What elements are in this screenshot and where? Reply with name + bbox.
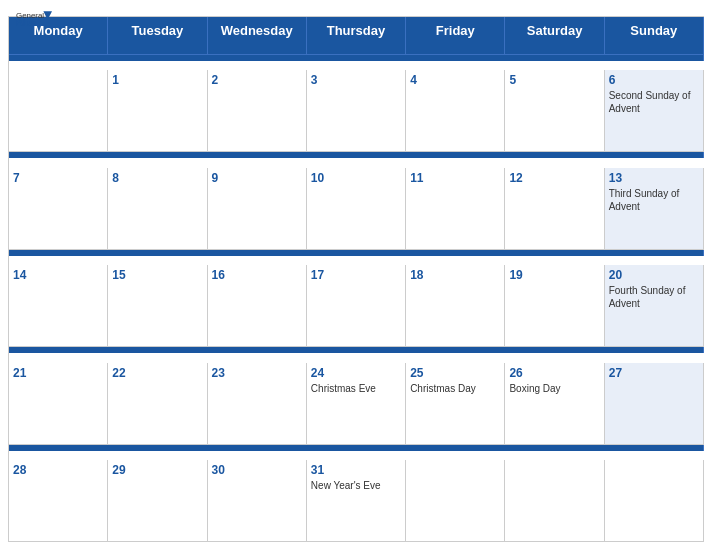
cal-cell: 24Christmas Eve <box>307 363 406 445</box>
cell-date: 17 <box>311 268 401 282</box>
svg-marker-2 <box>43 11 52 20</box>
cal-cell: 3 <box>307 70 406 152</box>
cal-cell: 15 <box>108 265 207 347</box>
page-header: General Blue <box>0 0 712 16</box>
cell-event: Third Sunday of Advent <box>609 187 699 213</box>
cell-date: 19 <box>509 268 599 282</box>
day-header-friday: Friday <box>406 17 505 55</box>
cell-date: 5 <box>509 73 599 87</box>
cal-cell: 12 <box>505 168 604 250</box>
cal-cell: 17 <box>307 265 406 347</box>
day-header-tuesday: Tuesday <box>108 17 207 55</box>
day-header-wednesday: Wednesday <box>208 17 307 55</box>
cal-cell: 29 <box>108 460 207 542</box>
cal-cell: 16 <box>208 265 307 347</box>
day-header-thursday: Thursday <box>307 17 406 55</box>
cell-event: Fourth Sunday of Advent <box>609 284 699 310</box>
calendar-grid: MondayTuesdayWednesdayThursdayFridaySatu… <box>8 16 704 542</box>
cell-date: 31 <box>311 463 401 477</box>
cal-cell: 10 <box>307 168 406 250</box>
calendar-page: General Blue MondayTuesdayWednesdayThurs… <box>0 0 712 550</box>
cal-cell: 28 <box>9 460 108 542</box>
cell-date: 21 <box>13 366 103 380</box>
cell-date: 7 <box>13 171 103 185</box>
cal-cell: 2 <box>208 70 307 152</box>
cell-date: 30 <box>212 463 302 477</box>
cell-date: 12 <box>509 171 599 185</box>
cell-date: 23 <box>212 366 302 380</box>
day-header-saturday: Saturday <box>505 17 604 55</box>
week-separator-3 <box>9 347 704 353</box>
cell-date: 9 <box>212 171 302 185</box>
cell-date: 28 <box>13 463 103 477</box>
day-header-sunday: Sunday <box>605 17 704 55</box>
cell-date: 15 <box>112 268 202 282</box>
cell-date: 11 <box>410 171 500 185</box>
cell-date: 25 <box>410 366 500 380</box>
cal-cell: 26Boxing Day <box>505 363 604 445</box>
cal-cell: 22 <box>108 363 207 445</box>
cal-cell: 9 <box>208 168 307 250</box>
cal-cell: 8 <box>108 168 207 250</box>
cell-event: Second Sunday of Advent <box>609 89 699 115</box>
cal-cell: 27 <box>605 363 704 445</box>
svg-text:Blue: Blue <box>16 18 36 28</box>
cal-cell: 13Third Sunday of Advent <box>605 168 704 250</box>
cell-date: 26 <box>509 366 599 380</box>
week-separator-2 <box>9 250 704 256</box>
cell-date: 3 <box>311 73 401 87</box>
logo: General Blue <box>16 8 52 36</box>
cell-date: 6 <box>609 73 699 87</box>
cal-cell: 5 <box>505 70 604 152</box>
cal-cell: 19 <box>505 265 604 347</box>
cal-cell: 25Christmas Day <box>406 363 505 445</box>
cell-event: New Year's Eve <box>311 479 401 492</box>
cell-date: 24 <box>311 366 401 380</box>
cal-cell <box>406 460 505 542</box>
cal-cell: 23 <box>208 363 307 445</box>
week-separator-4 <box>9 445 704 451</box>
cal-cell: 21 <box>9 363 108 445</box>
cal-cell: 20Fourth Sunday of Advent <box>605 265 704 347</box>
cell-date: 29 <box>112 463 202 477</box>
cell-date: 1 <box>112 73 202 87</box>
cell-date: 27 <box>609 366 699 380</box>
cell-date: 14 <box>13 268 103 282</box>
cell-date: 20 <box>609 268 699 282</box>
cal-cell: 14 <box>9 265 108 347</box>
cal-cell <box>505 460 604 542</box>
cal-cell <box>605 460 704 542</box>
cal-cell: 1 <box>108 70 207 152</box>
cell-event: Christmas Day <box>410 382 500 395</box>
cal-cell <box>9 70 108 152</box>
cell-date: 2 <box>212 73 302 87</box>
cell-date: 10 <box>311 171 401 185</box>
cal-cell: 31New Year's Eve <box>307 460 406 542</box>
week-separator-0 <box>9 55 704 61</box>
cal-cell: 6Second Sunday of Advent <box>605 70 704 152</box>
cell-date: 4 <box>410 73 500 87</box>
cell-date: 18 <box>410 268 500 282</box>
cell-event: Boxing Day <box>509 382 599 395</box>
cal-cell: 7 <box>9 168 108 250</box>
cal-cell: 18 <box>406 265 505 347</box>
cal-cell: 30 <box>208 460 307 542</box>
cell-date: 22 <box>112 366 202 380</box>
calendar: MondayTuesdayWednesdayThursdayFridaySatu… <box>0 16 712 550</box>
cell-date: 8 <box>112 171 202 185</box>
cell-event: Christmas Eve <box>311 382 401 395</box>
cal-cell: 4 <box>406 70 505 152</box>
cell-date: 13 <box>609 171 699 185</box>
week-separator-1 <box>9 152 704 158</box>
cal-cell: 11 <box>406 168 505 250</box>
cell-date: 16 <box>212 268 302 282</box>
